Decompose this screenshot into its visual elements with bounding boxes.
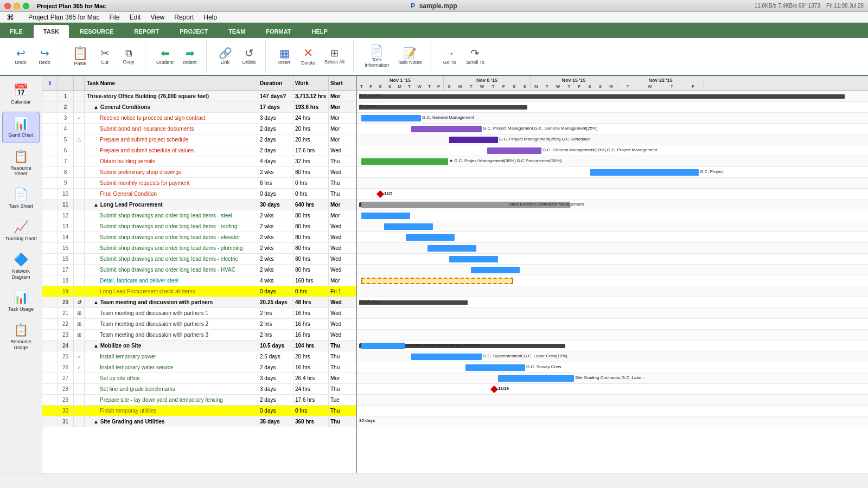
select-all-button[interactable]: ⊞ Select All: [320, 46, 349, 67]
insert-button[interactable]: ▦ Insert: [272, 46, 296, 67]
table-row[interactable]: 23 ⊞ Team meeting and discussion with pa…: [42, 330, 356, 341]
tab-project[interactable]: PROJECT: [170, 25, 218, 38]
table-row[interactable]: 26 ✓ Install temporary water service 2 d…: [42, 362, 356, 373]
row-task-name[interactable]: ▲ Mobilize on Site: [85, 341, 258, 351]
table-row[interactable]: 15 Submit shop drawings and order long l…: [42, 243, 356, 254]
nav-tracking-gantt[interactable]: 📈 Tracking Gantt: [2, 216, 40, 246]
row-task-name[interactable]: ▲ Team meeting and discussion with partn…: [85, 297, 258, 307]
table-row[interactable]: 13 Submit shop drawings and order long l…: [42, 221, 356, 232]
row-task-name[interactable]: ▲ General Conditions: [85, 102, 258, 112]
tab-task[interactable]: TASK: [34, 25, 69, 38]
row-task-name[interactable]: Prepare site - lay down yard and tempora…: [85, 395, 258, 405]
row-task-name[interactable]: Set line and grade benchmarks: [85, 384, 258, 394]
row-task-name[interactable]: Prepare and submit project schedule: [85, 134, 258, 145]
table-row[interactable]: 24 ▲ Mobilize on Site 10.5 days 104 hrs …: [42, 341, 356, 351]
traffic-lights[interactable]: [4, 3, 29, 9]
table-row[interactable]: 29 Prepare site - lay down yard and temp…: [42, 395, 356, 406]
table-row[interactable]: 21 ⊞ Team meeting and discussion with pa…: [42, 308, 356, 319]
row-task-name[interactable]: Three-story Office Building (76,000 squa…: [85, 91, 258, 101]
table-row[interactable]: 19 Long Lead Procurement check all items…: [42, 286, 356, 297]
redo-button[interactable]: ↪ Redo: [33, 46, 56, 67]
row-task-name[interactable]: Final General Condition: [85, 189, 258, 199]
row-task-name[interactable]: Prepare and submit schedule of values: [85, 145, 258, 156]
unlink-button[interactable]: ↺ Unlink: [237, 46, 261, 67]
table-row[interactable]: 7 Obtain building permits 4 days 32 hrs …: [42, 156, 356, 167]
apple-menu[interactable]: ⌘: [2, 12, 18, 23]
indent-button[interactable]: ➡ Indent: [178, 46, 202, 67]
table-row[interactable]: 20 ↺ ▲ Team meeting and discussion with …: [42, 297, 356, 308]
row-task-name[interactable]: Submit bond and insurance documents: [85, 124, 258, 134]
row-task-name[interactable]: Finish temporay utilities: [85, 406, 258, 416]
tab-resource[interactable]: RESOURCE: [70, 25, 123, 38]
nav-resource-usage[interactable]: 📋 Resource Usage: [2, 319, 40, 355]
maximize-button[interactable]: [23, 3, 29, 9]
paste-button[interactable]: 📋 Paste: [68, 44, 93, 68]
nav-resource-sheet[interactable]: 📋 Resource Sheet: [2, 145, 40, 182]
menu-app[interactable]: Project Plan 365 for Mac: [24, 12, 104, 22]
tab-report[interactable]: REPORT: [124, 25, 169, 38]
scroll-to-button[interactable]: ↷ Scroll To: [462, 46, 489, 67]
row-task-name[interactable]: Submit shop drawings and order long lead…: [85, 254, 258, 264]
link-button[interactable]: 🔗 Link: [213, 46, 237, 67]
undo-button[interactable]: ↩ Undo: [9, 46, 33, 67]
go-to-button[interactable]: → Go To: [438, 46, 462, 67]
cut-button[interactable]: ✂ Cut: [93, 46, 117, 67]
close-button[interactable]: [4, 3, 11, 9]
table-row[interactable]: 12 Submit shop drawings and order long l…: [42, 210, 356, 221]
nav-task-sheet[interactable]: 📄 Task Sheet: [2, 183, 40, 214]
row-task-name[interactable]: Submit shop drawings and order long lead…: [85, 265, 258, 275]
row-task-name[interactable]: Install temporary power: [85, 351, 258, 362]
row-task-name[interactable]: Submit preliminary shop drawings: [85, 167, 258, 177]
row-task-name[interactable]: Submit shop drawings and order long lead…: [85, 232, 258, 242]
menu-report[interactable]: Report: [170, 12, 198, 22]
tab-team[interactable]: TEAM: [219, 25, 255, 38]
table-row[interactable]: 11 ▲ Long Lead Procurement 30 days 640 h…: [42, 200, 356, 210]
row-task-name[interactable]: Submit shop drawings and order long lead…: [85, 210, 258, 221]
task-notes-button[interactable]: 📝 Task Notes: [393, 46, 426, 67]
tab-help[interactable]: HELP: [302, 25, 337, 38]
row-task-name[interactable]: Set up site office: [85, 373, 258, 383]
row-task-name[interactable]: Team meeting and discussion with partner…: [85, 308, 258, 318]
row-task-name[interactable]: ▲ Site Grading and Utilities: [85, 416, 258, 427]
table-row[interactable]: 9 Submit monthly requests for payment 6 …: [42, 178, 356, 189]
row-task-name[interactable]: ▲ Long Lead Procurement: [85, 200, 258, 210]
row-task-name[interactable]: Obtain building permits: [85, 156, 258, 166]
menu-file[interactable]: File: [105, 12, 124, 22]
row-task-name[interactable]: Submit shop drawings and order long lead…: [85, 221, 258, 232]
row-task-name[interactable]: Team meeting and discussion with partner…: [85, 319, 258, 329]
table-row[interactable]: 27 Set up site office 3 days 26.4 hrs Mo…: [42, 373, 356, 384]
nav-calendar[interactable]: 📅 Calendar: [2, 79, 40, 110]
row-task-name[interactable]: Team meeting and discussion with partner…: [85, 330, 258, 340]
tab-file[interactable]: FILE: [0, 25, 33, 38]
task-information-button[interactable]: 📄 TaskInformation: [360, 43, 393, 70]
outdent-button[interactable]: ⬅ Outdent: [152, 46, 178, 67]
table-row[interactable]: 5 ⚠ Prepare and submit project schedule …: [42, 134, 356, 145]
row-task-name[interactable]: Submit monthly requests for payment: [85, 178, 258, 188]
table-row[interactable]: 4 Submit bond and insurance documents 2 …: [42, 124, 356, 134]
menu-help[interactable]: Help: [199, 12, 221, 22]
table-row[interactable]: 17 Submit shop drawings and order long l…: [42, 265, 356, 275]
copy-button[interactable]: ⧉ Copy: [117, 46, 141, 67]
row-task-name[interactable]: Submit shop drawings and order long lead…: [85, 243, 258, 253]
menu-view[interactable]: View: [146, 12, 169, 22]
menu-edit[interactable]: Edit: [125, 12, 145, 22]
table-row[interactable]: 2 ▲ General Conditions 17 days 193.6 hrs…: [42, 102, 356, 113]
tab-format[interactable]: FORMAT: [256, 25, 301, 38]
table-row[interactable]: 14 Submit shop drawings and order long l…: [42, 232, 356, 243]
table-row[interactable]: 31 ▲ Site Grading and Utilities 35 days …: [42, 416, 356, 427]
row-task-name[interactable]: Long Lead Procurement check all items: [85, 286, 258, 297]
minimize-button[interactable]: [14, 3, 20, 9]
table-row[interactable]: 18 Detail, fabricate and deliver steel 4…: [42, 275, 356, 286]
table-row[interactable]: 1 Three-story Office Building (76,000 sq…: [42, 91, 356, 102]
nav-network-diagram[interactable]: 🔷 Network Diagram: [2, 248, 40, 285]
table-row[interactable]: 25 ✓ Install temporary power 2.5 days 20…: [42, 351, 356, 362]
table-row[interactable]: 28 Set line and grade benchmarks 3 days …: [42, 384, 356, 395]
row-task-name[interactable]: Install temporary water service: [85, 362, 258, 373]
nav-task-usage[interactable]: 📊 Task Usage: [2, 286, 40, 317]
row-task-name[interactable]: Detail, fabricate and deliver steel: [85, 275, 258, 286]
table-row[interactable]: 6 Prepare and submit schedule of values …: [42, 145, 356, 156]
delete-button[interactable]: ✕ Delete: [296, 45, 320, 68]
table-row[interactable]: 3 ✓ Receive notice to proceed and sign c…: [42, 113, 356, 124]
nav-gantt-chart[interactable]: 📊 Gantt Chart: [2, 112, 40, 143]
table-row[interactable]: 22 ⊞ Team meeting and discussion with pa…: [42, 319, 356, 330]
